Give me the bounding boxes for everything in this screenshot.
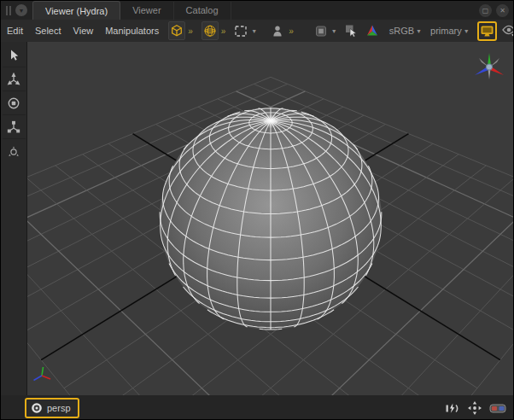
wireframe-more-chevron[interactable]: » — [221, 26, 226, 36]
rotate-tool-button[interactable] — [3, 91, 26, 115]
colorspace-dropdown[interactable]: sRGB ▼ — [389, 26, 422, 36]
occlusion-button[interactable] — [500, 21, 514, 40]
marquee-caret-icon[interactable]: ▼ — [251, 28, 257, 34]
translate-jack-icon — [7, 73, 20, 86]
rgb-triangle-icon — [365, 24, 380, 38]
camera-name-label: persp — [47, 403, 71, 413]
wireframe-mode-button[interactable] — [202, 21, 219, 40]
channel-value: primary — [430, 26, 462, 36]
select-tool-button[interactable] — [3, 44, 26, 67]
flash-camera-icon[interactable] — [444, 401, 460, 415]
menu-select[interactable]: Select — [29, 26, 67, 36]
tool-sidebar — [1, 42, 27, 395]
channel-dropdown[interactable]: primary ▼ — [430, 26, 470, 36]
pointer-mode-button[interactable] — [342, 21, 360, 40]
proxy-display-button[interactable] — [269, 21, 286, 40]
monitor-display-button[interactable] — [477, 21, 497, 41]
viewport-3d[interactable] — [27, 42, 514, 395]
cursor-box-icon — [343, 23, 359, 38]
scale-jack-icon — [7, 120, 20, 134]
status-bar: persp — [1, 395, 514, 420]
stereo-glasses-icon[interactable] — [489, 402, 506, 415]
channel-caret-icon: ▼ — [464, 28, 470, 34]
menu-view[interactable]: View — [67, 26, 100, 36]
colorspace-value: sRGB — [389, 26, 414, 36]
center-of-interest-icon — [7, 144, 20, 158]
proxy-more-chevron[interactable]: » — [289, 26, 294, 36]
menu-manipulators[interactable]: Manipulators — [99, 26, 165, 36]
menu-bar: Edit Select View Manipulators » — [1, 20, 514, 43]
orientation-gizmo-icon[interactable] — [470, 49, 508, 86]
render-layer-button[interactable] — [312, 21, 330, 40]
origin-axes-icon — [31, 363, 56, 388]
select-arrow-icon — [7, 49, 20, 62]
window-buttons: ▢ ✕ — [479, 4, 509, 17]
colorspace-caret-icon: ▼ — [416, 28, 422, 34]
tab-label: Catalog — [186, 5, 219, 15]
camera-aperture-icon — [31, 402, 43, 414]
tab-viewer-hydra[interactable]: Viewer (Hydra) — [32, 1, 120, 20]
tab-viewer[interactable]: Viewer — [120, 2, 173, 20]
tab-label: Viewer — [132, 5, 161, 15]
marquee-select-button[interactable] — [232, 21, 249, 40]
tab-label: Viewer (Hydra) — [45, 6, 108, 16]
person-icon — [270, 24, 285, 38]
center-of-interest-tool-button[interactable] — [3, 139, 26, 162]
camera-select-button[interactable]: persp — [25, 398, 79, 418]
layers-icon — [313, 24, 329, 38]
translate-tool-button[interactable] — [3, 67, 26, 91]
layers-caret-icon[interactable]: ▼ — [331, 28, 337, 34]
tab-bar: ▼ Viewer (Hydra) Viewer Catalog ▢ ✕ — [1, 1, 514, 20]
close-panel-icon[interactable]: ✕ — [496, 4, 509, 17]
panel-menu-caret-icon: ▼ — [19, 8, 25, 14]
panel-menu-button[interactable]: ▼ — [15, 4, 27, 16]
cube-icon — [169, 24, 184, 38]
shading-mode-button[interactable] — [168, 21, 185, 40]
globe-icon — [202, 24, 218, 38]
float-panel-icon[interactable]: ▢ — [479, 4, 492, 17]
rotate-circle-icon — [7, 96, 20, 110]
menu-edit[interactable]: Edit — [1, 26, 29, 36]
scale-tool-button[interactable] — [3, 115, 26, 139]
viewer-panel: ▼ Viewer (Hydra) Viewer Catalog ▢ ✕ Edit… — [0, 0, 514, 420]
marquee-icon — [233, 24, 248, 38]
pan-view-icon[interactable] — [467, 400, 482, 416]
panel-drag-handle-icon[interactable] — [6, 6, 11, 15]
shading-more-chevron[interactable]: » — [188, 26, 193, 36]
eye-check-icon — [501, 23, 514, 38]
scene-sphere-grid[interactable] — [27, 42, 514, 395]
monitor-icon — [479, 24, 495, 38]
tab-catalog[interactable]: Catalog — [174, 2, 231, 20]
status-right-icons — [444, 400, 506, 416]
color-correction-button[interactable] — [364, 21, 381, 40]
